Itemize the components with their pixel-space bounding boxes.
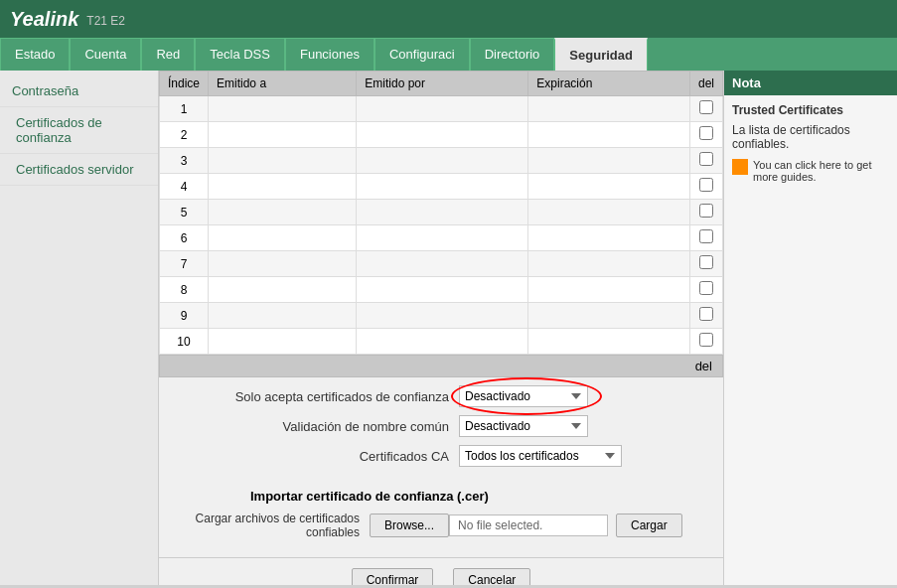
row-del-checkbox[interactable] — [699, 281, 713, 295]
row-index: 5 — [160, 200, 209, 225]
row-emitido-a — [209, 174, 357, 200]
row-del-checkbox[interactable] — [699, 307, 713, 321]
row-emitido-a — [209, 96, 357, 122]
main-layout: Contraseña Certificados de confianza Cer… — [0, 71, 897, 585]
row-expiracion — [528, 225, 690, 251]
content-area: Índice Emitido a Emitido por Expiración … — [159, 71, 723, 585]
import-title: Importar certificado de confianza (.cer) — [250, 489, 711, 504]
row-expiracion — [528, 251, 690, 277]
col-emitido-a: Emitido a — [209, 72, 357, 96]
row-expiracion — [528, 122, 690, 148]
row-del-cell — [689, 329, 722, 355]
row-del-checkbox[interactable] — [699, 229, 713, 243]
note-content: Trusted Certificates La lista de certifi… — [732, 103, 889, 183]
row-del-checkbox[interactable] — [699, 126, 713, 140]
tab-tecla-dss[interactable]: Tecla DSS — [195, 38, 285, 71]
row-emitido-por — [357, 329, 528, 355]
row-emitido-por — [357, 148, 528, 174]
note-heading: Trusted Certificates — [732, 103, 843, 117]
row-index: 8 — [160, 277, 209, 303]
form-label-validacion: Validación de nombre común — [171, 419, 459, 434]
row-index: 3 — [160, 148, 209, 174]
col-del: del — [689, 72, 722, 96]
row-expiracion — [528, 303, 690, 329]
sidebar-item-contrasena[interactable]: Contraseña — [0, 75, 158, 107]
row-emitido-a — [209, 122, 357, 148]
select-wrapper-validacion: Desactivado Activado — [459, 415, 588, 437]
row-del-cell — [689, 148, 722, 174]
table-row: 7 — [160, 251, 723, 277]
table-row: 4 — [160, 174, 723, 200]
row-index: 7 — [160, 251, 209, 277]
row-expiracion — [528, 329, 690, 355]
select-wrapper-acepta: Desactivado Activado — [459, 385, 588, 407]
tab-directorio[interactable]: Directorio — [470, 38, 555, 71]
select-acepta[interactable]: Desactivado Activado — [459, 385, 588, 407]
table-row: 8 — [160, 277, 723, 303]
del-footer-label: del — [695, 359, 712, 373]
upload-button[interactable]: Cargar — [616, 514, 682, 537]
row-del-checkbox[interactable] — [699, 333, 713, 347]
row-emitido-a — [209, 303, 357, 329]
select-wrapper-ca: Todos los certificados Certificados de c… — [459, 445, 622, 467]
table-del-footer: del — [159, 355, 723, 377]
row-del-checkbox[interactable] — [699, 204, 713, 218]
col-emitido-por: Emitido por — [357, 72, 528, 96]
row-expiracion — [528, 277, 690, 303]
row-del-cell — [689, 122, 722, 148]
form-row-validacion: Validación de nombre común Desactivado A… — [171, 415, 711, 437]
table-row: 6 — [160, 225, 723, 251]
note-link: You can click here to get more guides. — [732, 159, 889, 183]
sidebar: Contraseña Certificados de confianza Cer… — [0, 71, 159, 585]
row-emitido-a — [209, 200, 357, 225]
right-panel: Nota Trusted Certificates La lista de ce… — [723, 71, 897, 585]
import-label: Cargar archivos de certificados confiabl… — [171, 512, 370, 539]
logo: Yealink — [10, 8, 78, 31]
row-emitido-por — [357, 122, 528, 148]
nav-tabs: Estado Cuenta Red Tecla DSS Funciones Co… — [0, 38, 897, 71]
row-del-cell — [689, 277, 722, 303]
row-index: 10 — [160, 329, 209, 355]
browse-button[interactable]: Browse... — [370, 514, 449, 537]
row-expiracion — [528, 96, 690, 122]
row-del-checkbox[interactable] — [699, 152, 713, 166]
table-row: 5 — [160, 200, 723, 225]
row-emitido-por — [357, 200, 528, 225]
tab-cuenta[interactable]: Cuenta — [70, 38, 141, 71]
tab-seguridad[interactable]: Seguridad — [554, 38, 648, 71]
note-description: La lista de certificados confiables. — [732, 123, 889, 151]
confirm-button[interactable]: Confirmar — [352, 568, 434, 585]
tab-configuraci[interactable]: Configuraci — [374, 38, 470, 71]
row-index: 4 — [160, 174, 209, 200]
header: Yealink T21 E2 — [0, 0, 897, 38]
tab-red[interactable]: Red — [141, 38, 195, 71]
row-emitido-por — [357, 225, 528, 251]
row-emitido-a — [209, 148, 357, 174]
form-row-certificados-ca: Certificados CA Todos los certificados C… — [171, 445, 711, 467]
table-row: 2 — [160, 122, 723, 148]
sidebar-item-certificados-servidor[interactable]: Certificados servidor — [0, 154, 158, 186]
form-label-certificados-ca: Certificados CA — [171, 449, 459, 464]
sidebar-item-certificados-confianza[interactable]: Certificados de confianza — [0, 107, 158, 154]
row-emitido-a — [209, 329, 357, 355]
select-validacion[interactable]: Desactivado Activado — [459, 415, 588, 437]
col-index: Índice — [160, 72, 209, 96]
tab-estado[interactable]: Estado — [0, 38, 70, 71]
row-emitido-a — [209, 225, 357, 251]
col-expiracion: Expiración — [528, 72, 690, 96]
row-del-checkbox[interactable] — [699, 178, 713, 192]
row-expiracion — [528, 148, 690, 174]
tab-funciones[interactable]: Funciones — [285, 38, 374, 71]
row-del-checkbox[interactable] — [699, 255, 713, 269]
cancel-button[interactable]: Cancelar — [453, 568, 530, 585]
import-section: Importar certificado de confianza (.cer)… — [159, 483, 723, 553]
row-emitido-por — [357, 174, 528, 200]
row-del-checkbox[interactable] — [699, 100, 713, 114]
form-row-acepta: Solo acepta certificados de confianza De… — [171, 385, 711, 407]
row-emitido-por — [357, 303, 528, 329]
form-label-acepta: Solo acepta certificados de confianza — [171, 389, 459, 404]
row-del-cell — [689, 303, 722, 329]
import-row: Cargar archivos de certificados confiabl… — [171, 512, 711, 539]
action-row: Confirmar Cancelar — [159, 557, 723, 585]
select-ca[interactable]: Todos los certificados Certificados de c… — [459, 445, 622, 467]
